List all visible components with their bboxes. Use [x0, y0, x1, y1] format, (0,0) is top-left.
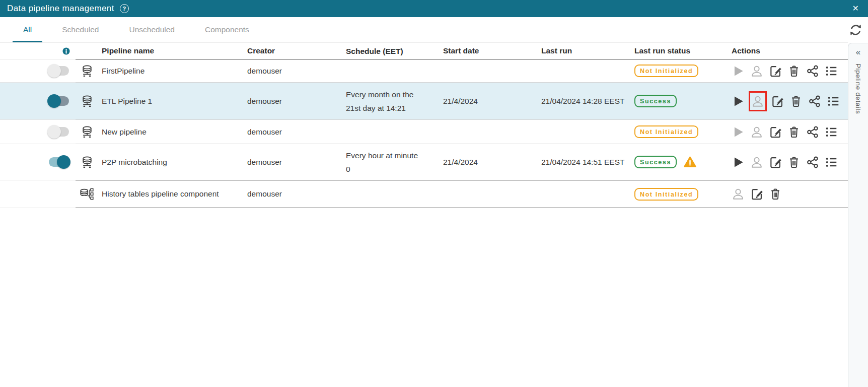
user-button [750, 125, 763, 139]
edit-button[interactable] [769, 64, 782, 78]
table-row-firstpipeline: FirstPipeline demouser Not Initialized [0, 59, 848, 83]
run-button [732, 64, 745, 78]
toggle-cell [0, 144, 76, 180]
schedule-toggle[interactable] [47, 125, 70, 139]
delete-button[interactable] [789, 95, 803, 108]
type-cell [76, 120, 99, 144]
tab-bar: All Scheduled Unscheduled Components [0, 17, 868, 42]
component-icon [80, 187, 95, 201]
schedule: Every month on the 21st day at 14:21 [342, 83, 441, 120]
status-cell: Not Initialized [633, 120, 728, 144]
header-schedule: Schedule (EET) [342, 43, 441, 59]
pipeline-icon [81, 95, 94, 107]
last-run [539, 59, 633, 83]
actions-cell [728, 83, 848, 120]
user-button [750, 64, 763, 78]
type-cell [76, 180, 99, 208]
header-actions: Actions [728, 43, 848, 59]
edit-button[interactable] [750, 187, 763, 201]
header-toggle-col [0, 43, 76, 59]
start-date [441, 120, 539, 144]
creator: demouser [242, 120, 342, 144]
delete-button[interactable] [787, 125, 801, 139]
table-header-row: Pipeline name Creator Schedule (EET) Sta… [0, 43, 848, 59]
window-title: Data pipeline management [7, 4, 114, 14]
schedule: Every hour at minute 0 [342, 144, 441, 180]
table-row-new-pipeline: New pipeline demouser Not Initialized [0, 120, 848, 144]
refresh-icon[interactable] [849, 23, 862, 37]
tab-scheduled[interactable]: Scheduled [51, 17, 109, 42]
start-date [441, 180, 539, 208]
last-run: 21/04/2024 14:28 EEST [539, 83, 633, 120]
pipeline-name: ETL Pipeline 1 [99, 83, 242, 120]
actions-cell [728, 144, 848, 180]
table-row-p2p-microbatching: P2P microbatching demouser Every hour at… [0, 144, 848, 180]
info-icon[interactable] [62, 47, 70, 55]
run-history-button[interactable] [825, 156, 838, 169]
header-last-run-status: Last run status [633, 43, 728, 59]
schedule-line-2: 21st day at 14:21 [346, 101, 406, 115]
tab-components[interactable]: Components [194, 17, 260, 42]
creator: demouser [242, 180, 342, 208]
pipeline-icon [81, 156, 94, 168]
last-run: 21/04/2024 14:51 EEST [539, 144, 633, 180]
share-button[interactable] [808, 95, 821, 108]
delete-button[interactable] [769, 187, 782, 201]
run-history-button[interactable] [825, 64, 838, 78]
user-button[interactable] [751, 95, 764, 108]
edit-button[interactable] [771, 95, 784, 108]
delete-button[interactable] [787, 156, 801, 169]
highlight-box [749, 91, 767, 111]
run-button [732, 125, 745, 139]
user-button [750, 156, 763, 169]
start-date [441, 59, 539, 83]
status-badge: Success [634, 156, 677, 168]
toggle-cell [0, 59, 76, 83]
close-icon[interactable]: ✕ [850, 4, 861, 14]
edit-button[interactable] [769, 125, 782, 139]
toggle-cell [0, 83, 76, 120]
toggle-cell [0, 180, 76, 208]
edit-button[interactable] [769, 156, 782, 169]
delete-button[interactable] [787, 64, 801, 78]
pipeline-icon [81, 64, 94, 77]
data-pipeline-management-window: Data pipeline management ? ✕ All Schedul… [0, 0, 868, 387]
header-creator: Creator [242, 43, 342, 59]
tab-unscheduled[interactable]: Unscheduled [119, 17, 185, 42]
actions-cell [728, 120, 848, 144]
user-button [732, 187, 745, 201]
tabs-row: All Scheduled Unscheduled Components [0, 17, 868, 42]
share-button[interactable] [806, 156, 819, 169]
pipelines-table: Pipeline name Creator Schedule (EET) Sta… [0, 42, 848, 208]
run-button[interactable] [732, 156, 745, 169]
schedule [342, 180, 441, 208]
table-row-etl-pipeline-1: ETL Pipeline 1 demouser Every month on t… [0, 83, 848, 120]
schedule [342, 120, 441, 144]
last-run [539, 180, 633, 208]
schedule-toggle[interactable] [47, 155, 70, 169]
run-button[interactable] [732, 95, 745, 108]
run-history-button[interactable] [825, 125, 838, 139]
run-history-button[interactable] [827, 95, 840, 108]
header-pipeline-name: Pipeline name [99, 43, 242, 59]
schedule-toggle[interactable] [47, 94, 70, 108]
schedule-line-2: 0 [346, 162, 350, 176]
status-cell: Success [633, 144, 728, 180]
status-badge: Not Initialized [634, 125, 698, 138]
titlebar: Data pipeline management ? ✕ [0, 0, 868, 17]
table-row-history-tables-component: History tables pipeline component demous… [0, 180, 848, 208]
warning-icon[interactable] [684, 156, 696, 168]
share-button[interactable] [806, 64, 819, 78]
status-badge: Not Initialized [634, 188, 698, 201]
expand-panel-chevron-icon[interactable]: « [853, 47, 863, 57]
share-button[interactable] [806, 125, 819, 139]
help-icon[interactable]: ? [120, 4, 129, 13]
schedule-line-1: Every month on the [346, 88, 413, 101]
schedule-line-1: Every hour at minute [346, 149, 418, 162]
pipeline-name: P2P microbatching [99, 144, 242, 180]
schedule-toggle[interactable] [47, 64, 70, 78]
tab-all[interactable]: All [13, 17, 42, 42]
pipeline-name: New pipeline [99, 120, 242, 144]
pipeline-icon [81, 125, 94, 138]
type-cell [76, 144, 99, 180]
